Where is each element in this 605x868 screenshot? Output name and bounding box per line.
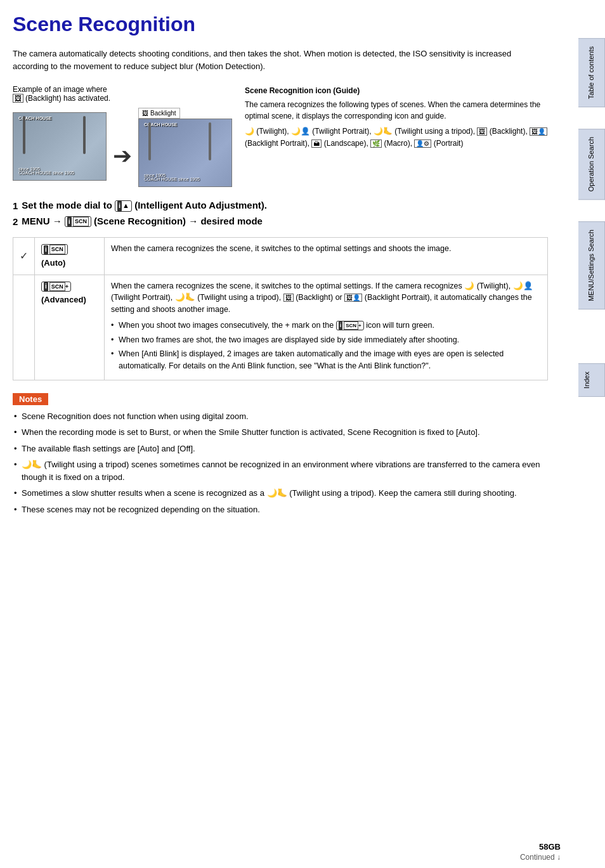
- steps-section: 1 Set the mode dial to i▲ (Intelligent A…: [13, 200, 548, 227]
- camera-image-before: COACH HOUSE since 1905: [13, 112, 107, 181]
- backlight-badge: 🖼 Backlight: [138, 108, 180, 119]
- table-row: ✓ iSCN (Auto) When the camera recognizes…: [13, 238, 548, 275]
- auto-mode-icon: iSCN: [41, 244, 68, 255]
- backlight-icon: 🖼: [13, 94, 23, 103]
- step-1: 1 Set the mode dial to i▲ (Intelligent A…: [13, 200, 548, 212]
- sr-icons: 🌙 (Twilight), 🌙👤 (Twilight Portrait), 🌙🦶…: [245, 126, 548, 150]
- page-number: 58GB: [539, 842, 561, 852]
- mode-name-cell-auto: iSCN (Auto): [35, 238, 105, 275]
- advanced-bullets: When you shoot two images consecutively,…: [111, 320, 541, 372]
- sidebar-tab-menu[interactable]: MENU/Settings Search: [578, 221, 605, 309]
- continued-text: Continued ↓: [520, 853, 561, 862]
- list-item: Sometimes a slow shutter results when a …: [13, 487, 548, 500]
- main-content: Scene Recognition The camera automatical…: [0, 0, 567, 532]
- sidebar: Table of contents Operation Search MENU/…: [570, 0, 605, 868]
- checkmark-cell-advanced: [13, 275, 35, 380]
- intro-text: The camera automatically detects shootin…: [13, 48, 533, 72]
- page-title: Scene Recognition: [13, 13, 548, 36]
- notes-header: Notes: [13, 393, 48, 405]
- mode-name-cell-advanced: iSCN+ (Advanced): [35, 275, 105, 380]
- page-footer: 58GB Continued ↓: [520, 842, 561, 862]
- sidebar-tab-index[interactable]: Index: [578, 363, 605, 397]
- list-item: These scenes may not be recognized depen…: [13, 503, 548, 516]
- notes-section: Notes Scene Recognition does not functio…: [13, 393, 548, 516]
- notes-list: Scene Recognition does not function when…: [13, 410, 548, 516]
- mode-table: ✓ iSCN (Auto) When the camera recognizes…: [13, 237, 548, 380]
- list-item: 🌙🦶 (Twilight using a tripod) scenes some…: [13, 458, 548, 483]
- advanced-mode-icon: iSCN+: [41, 282, 71, 292]
- sr-title: Scene Recognition icon (Guide): [245, 85, 548, 96]
- example-label: Example of an image where 🖼 (Backlight) …: [13, 85, 110, 103]
- camera-image-after: COACH HOUSE since 1905: [138, 119, 232, 187]
- table-row: iSCN+ (Advanced) When the camera recogni…: [13, 275, 548, 380]
- scene-recognition-info: Scene Recognition icon (Guide) The camer…: [245, 85, 548, 150]
- list-item: The available flash settings are [Auto] …: [13, 443, 548, 455]
- auto-mode-description: When the camera recognizes the scene, it…: [105, 238, 548, 275]
- iscn-menu-icon: iSCN: [65, 216, 91, 227]
- sidebar-tab-operation[interactable]: Operation Search: [578, 129, 605, 200]
- sr-description: The camera recognizes the following type…: [245, 99, 548, 122]
- image-section: Example of an image where 🖼 (Backlight) …: [13, 85, 548, 187]
- checkmark-cell: ✓: [13, 238, 35, 275]
- step-2: 2 MENU → iSCN (Scene Recognition) → desi…: [13, 216, 548, 228]
- advanced-mode-description: When the camera recognizes the scene, it…: [105, 275, 548, 380]
- list-item: When the recording mode is set to Burst,…: [13, 426, 548, 439]
- list-item: Scene Recognition does not function when…: [13, 410, 548, 423]
- arrow-right-icon: ➔: [113, 124, 132, 169]
- intelligent-auto-icon: i▲: [115, 200, 132, 211]
- sidebar-tab-toc[interactable]: Table of contents: [578, 38, 605, 107]
